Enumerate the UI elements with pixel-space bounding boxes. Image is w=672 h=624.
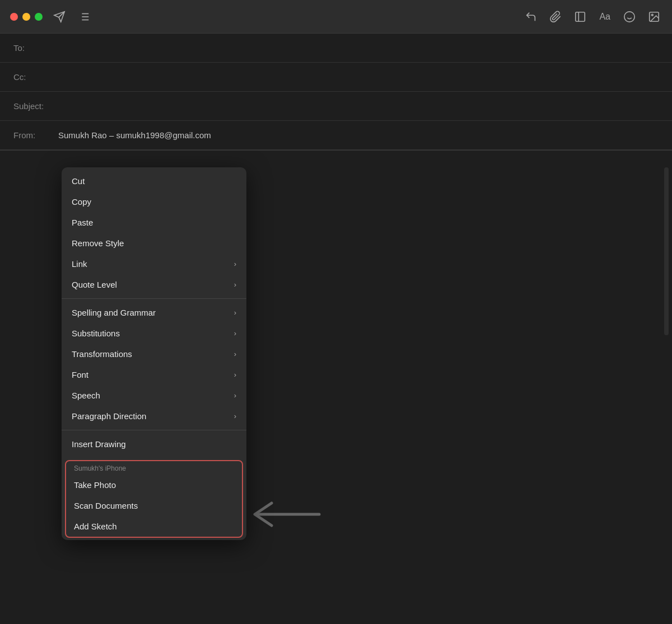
subject-field[interactable]: Subject:: [0, 92, 672, 121]
left-arrow-icon: [246, 498, 325, 531]
menu-item-remove-style-label: Remove Style: [72, 238, 124, 248]
menu-item-quote-level[interactable]: Quote Level ›: [62, 274, 246, 295]
menu-item-link-label: Link: [72, 259, 87, 269]
list-icon[interactable]: [76, 9, 92, 25]
menu-section-edit: Cut Copy Paste Remove Style Link › Quote…: [62, 167, 246, 298]
menu-item-substitutions-label: Substitutions: [72, 329, 120, 338]
menu-section-tools: Spelling and Grammar › Substitutions › T…: [62, 298, 246, 430]
menu-item-spelling-grammar-label: Spelling and Grammar: [72, 308, 156, 317]
svg-point-10: [624, 11, 634, 21]
menu-item-copy-label: Copy: [72, 197, 91, 207]
paragraph-direction-chevron-icon: ›: [234, 412, 236, 420]
iphone-section-header: Sumukh's iPhone: [66, 461, 242, 475]
email-compose-header: To: Cc: Subject: From: Sumukh Rao – sumu…: [0, 34, 672, 151]
menu-item-take-photo-label: Take Photo: [74, 480, 116, 490]
menu-item-paragraph-direction-label: Paragraph Direction: [72, 411, 146, 421]
menu-item-spelling-grammar[interactable]: Spelling and Grammar ›: [62, 302, 246, 323]
main-content: To: Cc: Subject: From: Sumukh Rao – sumu…: [0, 34, 672, 624]
quote-level-chevron-icon: ›: [234, 280, 236, 289]
window-icon[interactable]: [572, 9, 588, 25]
menu-item-insert-drawing-label: Insert Drawing: [72, 439, 126, 449]
menu-item-cut[interactable]: Cut: [62, 171, 246, 191]
close-button[interactable]: [10, 13, 18, 21]
traffic-lights: [10, 13, 43, 21]
menu-item-copy[interactable]: Copy: [62, 191, 246, 212]
cc-label: Cc:: [13, 72, 58, 82]
speech-chevron-icon: ›: [234, 391, 236, 400]
to-field[interactable]: To:: [0, 34, 672, 63]
menu-item-paste-label: Paste: [72, 218, 93, 227]
menu-item-quote-level-label: Quote Level: [72, 280, 117, 289]
emoji-icon[interactable]: [622, 9, 637, 25]
link-chevron-icon: ›: [234, 260, 236, 268]
attach-icon[interactable]: [548, 9, 563, 25]
svg-rect-8: [576, 12, 585, 21]
menu-item-insert-drawing[interactable]: Insert Drawing: [62, 434, 246, 454]
menu-item-speech-label: Speech: [72, 391, 100, 400]
menu-item-cut-label: Cut: [72, 176, 85, 186]
photo-insert-icon[interactable]: [646, 9, 662, 25]
substitutions-chevron-icon: ›: [234, 329, 236, 337]
menu-item-substitutions[interactable]: Substitutions ›: [62, 323, 246, 344]
arrow-indicator: [246, 498, 325, 531]
menu-item-scan-documents-label: Scan Documents: [74, 501, 138, 510]
from-value: Sumukh Rao – sumukh1998@gmail.com: [58, 130, 211, 140]
menu-item-add-sketch[interactable]: Add Sketch: [66, 516, 242, 537]
send-icon[interactable]: [52, 9, 67, 25]
font-size-icon[interactable]: Aa: [597, 9, 613, 25]
scrollbar[interactable]: [664, 167, 669, 335]
subject-label: Subject:: [13, 101, 58, 111]
maximize-button[interactable]: [35, 13, 43, 21]
back-icon[interactable]: [523, 9, 539, 25]
menu-item-link[interactable]: Link ›: [62, 254, 246, 274]
to-label: To:: [13, 43, 58, 53]
menu-item-take-photo[interactable]: Take Photo: [66, 475, 242, 495]
transformations-chevron-icon: ›: [234, 350, 236, 358]
menu-item-font-label: Font: [72, 370, 88, 379]
menu-item-paragraph-direction[interactable]: Paragraph Direction ›: [62, 406, 246, 426]
from-label: From:: [13, 130, 58, 140]
compose-area[interactable]: Cut Copy Paste Remove Style Link › Quote…: [0, 151, 672, 624]
minimize-button[interactable]: [22, 13, 30, 21]
menu-item-paste[interactable]: Paste: [62, 212, 246, 233]
context-menu: Cut Copy Paste Remove Style Link › Quote…: [62, 167, 246, 540]
svg-point-14: [651, 14, 653, 16]
font-chevron-icon: ›: [234, 370, 236, 379]
from-field: From: Sumukh Rao – sumukh1998@gmail.com: [0, 121, 672, 150]
menu-item-font[interactable]: Font ›: [62, 364, 246, 385]
menu-section-insert: Insert Drawing: [62, 430, 246, 458]
cc-field[interactable]: Cc:: [0, 63, 672, 92]
menu-item-transformations-label: Transformations: [72, 349, 132, 359]
menu-item-scan-documents[interactable]: Scan Documents: [66, 495, 242, 516]
menu-item-add-sketch-label: Add Sketch: [74, 522, 117, 531]
iphone-section: Sumukh's iPhone Take Photo Scan Document…: [65, 460, 243, 538]
menu-item-remove-style[interactable]: Remove Style: [62, 233, 246, 254]
menu-item-speech[interactable]: Speech ›: [62, 385, 246, 406]
titlebar: Aa: [0, 0, 672, 34]
spelling-chevron-icon: ›: [234, 308, 236, 317]
menu-item-transformations[interactable]: Transformations ›: [62, 344, 246, 364]
